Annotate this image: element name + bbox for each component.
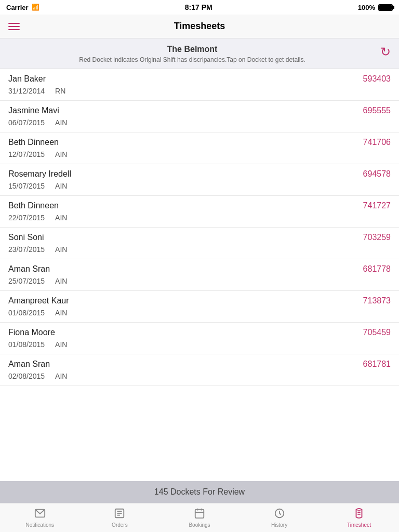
tab-bar: Notifications Orders Bookings History Ti… bbox=[0, 503, 399, 532]
header-section: The Belmont Red Docket indicates Origina… bbox=[0, 38, 399, 69]
menu-button[interactable] bbox=[8, 23, 20, 30]
shift-role: RN bbox=[55, 87, 65, 95]
table-row[interactable]: Aman Sran 681781 02/08/2015 AIN bbox=[0, 354, 399, 386]
shift-role: AIN bbox=[55, 245, 67, 254]
status-left: Carrier 📶 bbox=[6, 4, 39, 11]
docket-id: 741727 bbox=[363, 201, 391, 210]
shift-date: 15/07/2015 bbox=[8, 182, 45, 190]
refresh-button[interactable]: ↻ bbox=[380, 45, 391, 59]
orders-icon bbox=[114, 508, 125, 521]
shift-role: AIN bbox=[55, 214, 67, 222]
employee-name: Amanpreet Kaur bbox=[8, 296, 69, 305]
history-icon bbox=[274, 508, 285, 521]
tab-timesheet[interactable]: Timesheet bbox=[319, 503, 399, 532]
employee-name: Beth Dinneen bbox=[8, 138, 59, 147]
battery-icon bbox=[378, 4, 393, 11]
header-content: The Belmont Red Docket indicates Origina… bbox=[8, 45, 376, 63]
employee-name: Aman Sran bbox=[8, 360, 50, 369]
timesheet-icon bbox=[353, 508, 365, 521]
battery-label: 100% bbox=[358, 4, 375, 11]
status-right: 100% bbox=[358, 4, 393, 11]
shift-role: AIN bbox=[55, 372, 67, 380]
table-row[interactable]: Fiona Moore 705459 01/08/2015 AIN bbox=[0, 323, 399, 354]
shift-date: 25/07/2015 bbox=[8, 277, 45, 285]
shift-role: AIN bbox=[55, 118, 67, 127]
history-label: History bbox=[271, 522, 287, 528]
employee-name: Jan Baker bbox=[8, 74, 46, 84]
wifi-icon: 📶 bbox=[32, 4, 39, 11]
shift-date: 02/08/2015 bbox=[8, 372, 45, 380]
dockets-count-label: 145 Dockets For Review bbox=[154, 487, 245, 496]
bookings-icon bbox=[194, 508, 205, 521]
docket-id: 681781 bbox=[363, 360, 391, 369]
nav-bar: Timesheets bbox=[0, 15, 399, 38]
table-row[interactable]: Rosemary Iredell 694578 15/07/2015 AIN bbox=[0, 164, 399, 196]
carrier-label: Carrier bbox=[6, 4, 29, 11]
page-title: Timesheets bbox=[174, 21, 225, 32]
status-time: 8:17 PM bbox=[185, 3, 212, 11]
table-row[interactable]: Amanpreet Kaur 713873 01/08/2015 AIN bbox=[0, 291, 399, 323]
tab-history[interactable]: History bbox=[240, 503, 320, 532]
table-row[interactable]: Beth Dinneen 741727 22/07/2015 AIN bbox=[0, 196, 399, 228]
timesheet-list: Jan Baker 593403 31/12/2014 RN Jasmine M… bbox=[0, 69, 399, 481]
header-subtitle: Red Docket indicates Original Shift has … bbox=[8, 56, 376, 63]
employee-name: Rosemary Iredell bbox=[8, 169, 71, 179]
tab-bookings[interactable]: Bookings bbox=[159, 503, 240, 532]
shift-date: 22/07/2015 bbox=[8, 214, 45, 222]
table-row[interactable]: Jan Baker 593403 31/12/2014 RN bbox=[0, 69, 399, 101]
shift-date: 23/07/2015 bbox=[8, 245, 45, 254]
docket-id: 593403 bbox=[363, 74, 391, 84]
employee-name: Jasmine Mavi bbox=[8, 106, 59, 115]
orders-label: Orders bbox=[112, 522, 128, 528]
tab-notifications[interactable]: Notifications bbox=[0, 503, 80, 532]
shift-date: 06/07/2015 bbox=[8, 118, 45, 127]
docket-id: 741706 bbox=[363, 138, 391, 147]
status-bar: Carrier 📶 8:17 PM 100% bbox=[0, 0, 399, 15]
table-row[interactable]: Aman Sran 681778 25/07/2015 AIN bbox=[0, 259, 399, 291]
location-title: The Belmont bbox=[8, 45, 376, 54]
shift-date: 12/07/2015 bbox=[8, 150, 45, 158]
employee-name: Beth Dinneen bbox=[8, 201, 59, 210]
shift-role: AIN bbox=[55, 277, 67, 285]
shift-role: AIN bbox=[55, 340, 67, 349]
shift-role: AIN bbox=[55, 150, 67, 158]
shift-role: AIN bbox=[55, 309, 67, 317]
docket-id: 703259 bbox=[363, 233, 391, 242]
docket-id: 705459 bbox=[363, 328, 391, 337]
table-row[interactable]: Beth Dinneen 741706 12/07/2015 AIN bbox=[0, 132, 399, 164]
footer-banner: 145 Dockets For Review bbox=[0, 481, 399, 503]
shift-date: 01/08/2015 bbox=[8, 309, 45, 317]
notifications-label: Notifications bbox=[26, 522, 54, 528]
docket-id: 695555 bbox=[363, 106, 391, 115]
shift-date: 31/12/2014 bbox=[8, 87, 45, 95]
shift-role: AIN bbox=[55, 182, 67, 190]
employee-name: Aman Sran bbox=[8, 264, 50, 274]
employee-name: Fiona Moore bbox=[8, 328, 55, 337]
docket-id: 713873 bbox=[363, 296, 391, 305]
table-row[interactable]: Jasmine Mavi 695555 06/07/2015 AIN bbox=[0, 101, 399, 132]
shift-date: 01/08/2015 bbox=[8, 340, 45, 349]
docket-id: 681778 bbox=[363, 264, 391, 274]
timesheet-label: Timesheet bbox=[347, 522, 371, 528]
bookings-label: Bookings bbox=[189, 522, 210, 528]
tab-orders[interactable]: Orders bbox=[80, 503, 160, 532]
notifications-icon bbox=[34, 508, 46, 521]
docket-id: 694578 bbox=[363, 169, 391, 179]
table-row[interactable]: Soni Soni 703259 23/07/2015 AIN bbox=[0, 228, 399, 259]
svg-rect-5 bbox=[195, 510, 204, 518]
employee-name: Soni Soni bbox=[8, 233, 44, 242]
